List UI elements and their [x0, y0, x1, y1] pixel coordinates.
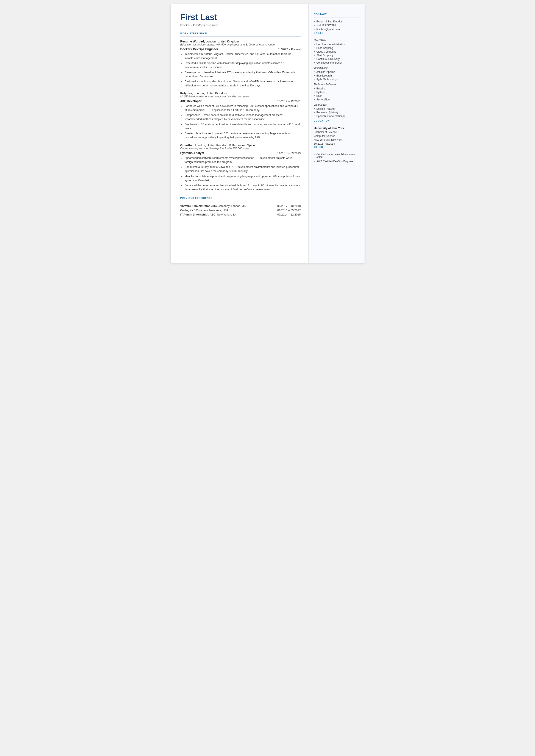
- job-bullets-2: Partnered with a team of 33+ developers …: [180, 104, 301, 140]
- name: First Last: [180, 13, 301, 22]
- prev-divider: [180, 201, 301, 201]
- contact-title: CONTACT: [314, 13, 359, 15]
- employer-desc-1: Education technology startup with 50+ em…: [180, 43, 301, 46]
- hard-skill-5: Continuous Delivery: [314, 58, 359, 61]
- job-dates-1: 01/2022 – Present: [278, 48, 300, 51]
- skills-title: SKILLS: [314, 32, 359, 34]
- job-dates-2: 10/2019 – 12/2021: [277, 99, 300, 103]
- work-experience-section: WORK EXPERIENCE Resume Worded, London, U…: [180, 32, 301, 192]
- hard-skill-4: Shell Scripting: [314, 54, 359, 57]
- bullet-3-3: Identified obsolete equipment and progra…: [181, 174, 301, 182]
- employer-name-3: Growthsi, London, United Kingdom & Barce…: [180, 144, 301, 147]
- bullet-1-3: Developed an internal tool that lets 170…: [181, 70, 301, 79]
- bullet-1-4: Designed a monitoring dashboard using Gr…: [181, 79, 301, 88]
- tool-2: Python: [314, 91, 359, 94]
- tools-label: Tools and Software:: [314, 83, 359, 86]
- language-3: Spanish (Conversational): [314, 115, 359, 118]
- edu-dates: 10/2011 - 06/2014: [314, 142, 359, 146]
- languages-label: Languages:: [314, 103, 359, 106]
- job-title-2: JDE Developer: [180, 99, 202, 103]
- contact-divider: [314, 17, 359, 17]
- hard-skill-1: Unix/Linux Administration: [314, 43, 359, 46]
- work-experience-title: WORK EXPERIENCE: [180, 32, 301, 35]
- tool-4: ServiceNow: [314, 98, 359, 101]
- skills-section: SKILLS Hard Skills: Unix/Linux Administr…: [314, 32, 359, 118]
- prev-dates-3: 07/2014 – 12/2015: [277, 213, 300, 216]
- techniques-list: Jenkins Pipeline Elasticsearch Agile Met…: [314, 70, 359, 81]
- previous-experience-title: PREVIOUS EXPERIENCE: [180, 197, 301, 199]
- contact-item-3: first.last@gmail.com: [314, 28, 359, 31]
- contact-section: CONTACT Essex, United Kingdom +44 123456…: [314, 13, 359, 31]
- techniques-label: Techniques:: [314, 66, 359, 70]
- other-item-1: Certified Kubernetes Administrator (CKA): [314, 153, 359, 159]
- bullet-3-1: Spearheaded software requirements review…: [181, 156, 301, 164]
- languages-list: English (Native) Romanian (Native) Spani…: [314, 107, 359, 118]
- job-bullets-3: Spearheaded software requirements review…: [180, 156, 301, 192]
- hard-skills-label: Hard Skills:: [314, 39, 359, 42]
- edu-degree: Bachelor of Science: [314, 130, 359, 134]
- edu-field: Computer Science: [314, 134, 359, 138]
- hard-skill-6: Continuous Integration: [314, 61, 359, 64]
- hard-skills-list: Unix/Linux Administration Bash Scripting…: [314, 43, 359, 64]
- hard-skill-2: Bash Scripting: [314, 46, 359, 49]
- other-title: OTHER: [314, 146, 359, 148]
- employer-name-2: Polyhire, London, United Kingdom: [180, 92, 301, 95]
- employer-desc-2: NYSE-listed recruitment and employer bra…: [180, 95, 301, 98]
- hard-skill-3: Cloud Computing: [314, 50, 359, 53]
- prev-dates-1: 06/2017 – 10/2018: [277, 204, 300, 208]
- employer-desc-3: Career training and membership SaaS with…: [180, 147, 301, 150]
- technique-2: Elasticsearch: [314, 74, 359, 77]
- previous-experience-section: PREVIOUS EXPERIENCE VMware Administrator…: [180, 197, 301, 216]
- language-2: Romanian (Native): [314, 111, 359, 114]
- other-item-2: AWS Certified DevOps Engineer: [314, 160, 359, 163]
- prev-role-2: Coder, XYZ Company, New York, USA: [180, 209, 229, 212]
- employer-block-3: Growthsi, London, United Kingdom & Barce…: [180, 144, 301, 192]
- right-column: CONTACT Essex, United Kingdom +44 123456…: [309, 4, 365, 263]
- bullet-2-1: Partnered with a team of 33+ developers …: [181, 104, 301, 112]
- job-row-2: JDE Developer 10/2019 – 12/2021: [180, 99, 301, 103]
- employer-name-1: Resume Worded, London, United Kingdom: [180, 40, 301, 43]
- technique-3: Agile Methodology: [314, 78, 359, 81]
- prev-dates-2: 01/2016 – 05/2017: [277, 209, 300, 212]
- bullet-2-4: Created class libraries to protect 320+ …: [181, 131, 301, 140]
- edu-location: New York City, New York: [314, 138, 359, 142]
- job-row-3: Systems Analyst 11/2018 – 09/2019: [180, 151, 301, 155]
- contact-item-1: Essex, United Kingdom: [314, 20, 359, 23]
- resume-container: First Last Docker / DevOps Engineer WORK…: [171, 4, 365, 263]
- technique-1: Jenkins Pipeline: [314, 70, 359, 73]
- bullet-1-2: Executed a CI/CD pipeline with Jenkins f…: [181, 61, 301, 70]
- tool-1: Bugzilla: [314, 87, 359, 90]
- contact-list: Essex, United Kingdom +44 1234567890 fir…: [314, 20, 359, 31]
- education-title: EDUCATION: [314, 119, 359, 122]
- job-dates-3: 11/2018 – 09/2019: [277, 152, 300, 155]
- prev-role-1: VMware Administrator, ABC Company, Londo…: [180, 204, 246, 208]
- language-1: English (Native): [314, 107, 359, 110]
- bullet-3-4: Enhanced the time-to-market launch sched…: [181, 183, 301, 192]
- prev-row-2: Coder, XYZ Company, New York, USA 01/201…: [180, 209, 301, 212]
- education-section: EDUCATION University of New York Bachelo…: [314, 119, 359, 146]
- prev-row-3: IT Admin (Internship), ABC, New York, US…: [180, 213, 301, 216]
- prev-row-1: VMware Administrator, ABC Company, Londo…: [180, 204, 301, 208]
- tools-list: Bugzilla Python Bash ServiceNow: [314, 87, 359, 101]
- job-bullets-1: Implemented Terraform, Vagrant, Docker, …: [180, 52, 301, 88]
- bullet-2-3: Overhauled JDE environment making it use…: [181, 123, 301, 130]
- other-divider: [314, 150, 359, 150]
- job-title-1: Docker / DevOps Engineer: [180, 47, 218, 51]
- skills-divider: [314, 36, 359, 36]
- prev-role-3: IT Admin (Internship), ABC, New York, US…: [180, 213, 236, 216]
- job-row-1: Docker / DevOps Engineer 01/2022 – Prese…: [180, 47, 301, 51]
- bullet-1-1: Implemented Terraform, Vagrant, Docker, …: [181, 52, 301, 60]
- bullet-2-2: Composed 23+ white papers on standard so…: [181, 113, 301, 121]
- other-section: OTHER Certified Kubernetes Administrator…: [314, 146, 359, 163]
- employer-block-1: Resume Worded, London, United Kingdom Ed…: [180, 40, 301, 88]
- left-column: First Last Docker / DevOps Engineer WORK…: [171, 4, 309, 263]
- title: Docker / DevOps Engineer: [180, 23, 301, 27]
- job-title-3: Systems Analyst: [180, 151, 205, 155]
- contact-item-2: +44 1234567890: [314, 24, 359, 27]
- edu-school: University of New York: [314, 126, 359, 130]
- bullet-3-2: Conducted a 30-day audit of Java and .NE…: [181, 165, 301, 173]
- other-list: Certified Kubernetes Administrator (CKA)…: [314, 153, 359, 163]
- employer-block-2: Polyhire, London, United Kingdom NYSE-li…: [180, 92, 301, 140]
- tool-3: Bash: [314, 95, 359, 98]
